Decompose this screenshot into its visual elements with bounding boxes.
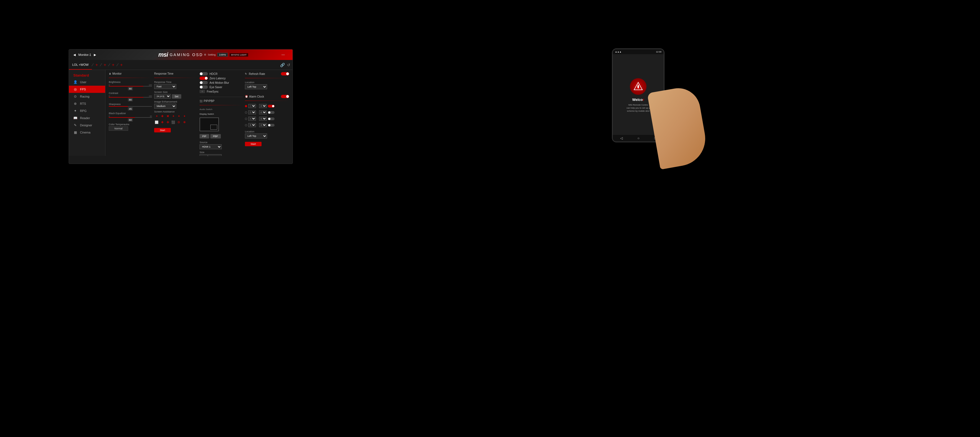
sidebar-item-rts[interactable]: ⊛ RTS — [69, 100, 105, 107]
freesync-row: ⊙ FreeSync — [200, 90, 243, 93]
screen-size-select[interactable]: 24 (4:3) — [154, 94, 171, 99]
alarm-min-2[interactable]: 00 — [259, 110, 267, 114]
pip-source-select[interactable]: HDMI 1 — [200, 144, 222, 149]
rpg-icon: ✦ — [73, 109, 77, 113]
sidebar-fps-label: FPS — [80, 88, 86, 91]
brightness-slider[interactable] — [109, 86, 152, 87]
tab-add-4[interactable]: + — [118, 62, 125, 67]
tab-add-2[interactable]: + — [101, 62, 108, 67]
alarm-start-btn[interactable]: Start — [245, 142, 261, 146]
assist-icon-5[interactable]: ✦ — [176, 114, 181, 119]
contrast-slider[interactable] — [109, 97, 152, 98]
alarm-radio-2[interactable] — [245, 111, 247, 114]
assist-icon-12[interactable]: ❋ — [182, 120, 187, 125]
brightness-min: 0 — [109, 84, 110, 86]
close-btn[interactable]: ✕ — [287, 53, 290, 57]
refresh-toggle[interactable] — [281, 72, 289, 76]
mystic-light-label[interactable]: MYSTIC LIGHT — [229, 53, 248, 57]
assist-icon-8[interactable]: ✚ — [160, 120, 165, 125]
pip-size-select[interactable]: Small — [200, 154, 222, 156]
setting-label[interactable]: Setting — [208, 53, 216, 56]
anti-motion-toggle[interactable] — [200, 81, 208, 84]
zero-latency-toggle[interactable] — [200, 76, 208, 80]
brightness-fill — [109, 86, 143, 87]
next-monitor-btn[interactable]: ▶ — [92, 52, 98, 57]
image-enhance-select[interactable]: Medium — [154, 104, 176, 109]
sidebar-item-fps[interactable]: ◎ FPS — [69, 86, 105, 93]
alarm-enable-2[interactable] — [268, 111, 275, 114]
alarm-radio-1[interactable] — [245, 105, 247, 107]
sidebar-item-cinema[interactable]: ▦ Cinema — [69, 129, 105, 136]
sidebar-item-reader[interactable]: 📖 Reader — [69, 114, 105, 122]
alarm-min-1[interactable]: 00 — [259, 104, 267, 108]
tab-lol-wow-label: LOL +WOW — [72, 63, 89, 66]
sidebar-item-designer[interactable]: ✎ Designer — [69, 122, 105, 129]
alarm-hour-1[interactable]: 15 — [248, 104, 256, 108]
phone-signal: ▲▲▲ — [615, 51, 622, 53]
eye-saver-toggle[interactable] — [200, 86, 208, 89]
response-time-select[interactable]: Fast — [154, 84, 176, 89]
sharpness-slider[interactable] — [109, 106, 152, 107]
tab-lol-wow[interactable]: LOL +WOW — [69, 60, 92, 70]
assist-icon-7[interactable]: ⬜ — [154, 120, 159, 125]
response-start-btn[interactable]: Start — [154, 128, 171, 132]
freesync-label: FreeSync — [207, 90, 219, 93]
spacer-1 — [245, 91, 289, 93]
export-icon[interactable]: 🔗 — [280, 63, 285, 67]
sharpness-fill — [109, 106, 128, 107]
assist-icon-6[interactable]: ✦ — [182, 114, 187, 119]
tab-add-3[interactable]: + — [110, 62, 116, 67]
alarm-radio-4[interactable] — [245, 124, 247, 126]
hdcr-toggle[interactable] — [200, 72, 208, 76]
phone-back-btn[interactable]: ◁ — [620, 136, 623, 140]
assist-icon-10[interactable]: ⬛ — [171, 120, 176, 125]
prev-monitor-btn[interactable]: ◀ — [72, 52, 77, 57]
alarm-toggle[interactable] — [281, 95, 289, 98]
sidebar-reader-label: Reader — [80, 116, 90, 120]
pip-mode-btn[interactable]: PIP — [200, 134, 209, 138]
phone-home-btn[interactable]: ○ — [637, 136, 639, 140]
assist-row-2: ⬜ ✚ ✤ ⬛ ⚙ ❋ — [154, 120, 197, 125]
alarm-enable-1[interactable] — [268, 105, 275, 108]
alarm-min-3[interactable]: 00 — [259, 117, 267, 121]
color-temp-value[interactable]: Normal — [109, 126, 128, 131]
black-eq-slider[interactable] — [109, 117, 152, 118]
assist-icon-3[interactable]: ✖ — [165, 114, 170, 119]
sidebar-rts-label: RTS — [80, 102, 86, 105]
refresh-icon[interactable]: ↺ — [287, 63, 290, 67]
refresh-alarm-col: ↻ Refresh Rate Location Left Top ⏰ Alarm… — [245, 72, 289, 156]
assist-icon-2[interactable]: ✚ — [160, 114, 165, 119]
alarm-enable-4[interactable] — [268, 124, 275, 127]
alarm-hour-3[interactable]: 45 — [248, 117, 256, 121]
assist-icon-4[interactable]: ✦ — [171, 114, 176, 119]
main-content: Standard 👤 User ◎ FPS ⊙ Racing ⊛ RTS ✦ R… — [69, 70, 293, 156]
pbp-mode-btn[interactable]: PBP — [210, 134, 221, 138]
alarm-enable-3[interactable] — [268, 117, 275, 120]
alarm-hour-4[interactable]: 60 — [248, 123, 256, 127]
zero-latency-label: Zero Latency — [210, 77, 226, 80]
logo-area: msi GAMING OSD — [158, 51, 203, 58]
alarm-radio-3[interactable] — [245, 118, 247, 120]
hz-label: 144Hz — [217, 53, 228, 57]
phone-status-bar: ▲▲▲ 12:30 — [613, 49, 663, 54]
sidebar-item-user[interactable]: 👤 User — [69, 79, 105, 86]
assist-icon-9[interactable]: ✤ — [165, 120, 170, 125]
tab-add-1[interactable]: + — [93, 62, 100, 67]
response-time-row: Response Time Fast — [154, 81, 197, 89]
image-enhance-label: Image Enhancement — [154, 100, 197, 103]
color-temp-label: Color Temperautre — [109, 123, 152, 126]
screen-size-set-btn[interactable]: Set — [172, 94, 181, 99]
pip-source-label: Source — [200, 141, 243, 144]
sidebar-item-racing[interactable]: ⊙ Racing — [69, 93, 105, 100]
assist-icon-1[interactable]: ✦ — [154, 114, 159, 119]
refresh-location-select[interactable]: Left Top — [245, 84, 267, 89]
alarm-min-4[interactable]: 00 — [259, 123, 267, 127]
assist-icon-11[interactable]: ⚙ — [176, 120, 181, 125]
sharpness-row: Sharpness 45 — [109, 103, 152, 110]
sidebar-user-label: User — [80, 81, 86, 84]
alarm-hour-2[interactable]: 30 — [248, 110, 256, 114]
contrast-max: 100 — [149, 95, 152, 97]
minimize-btn[interactable]: — — [282, 53, 285, 57]
alarm-location-select[interactable]: Left Top — [245, 133, 267, 138]
sidebar-item-rpg[interactable]: ✦ RPG — [69, 107, 105, 114]
